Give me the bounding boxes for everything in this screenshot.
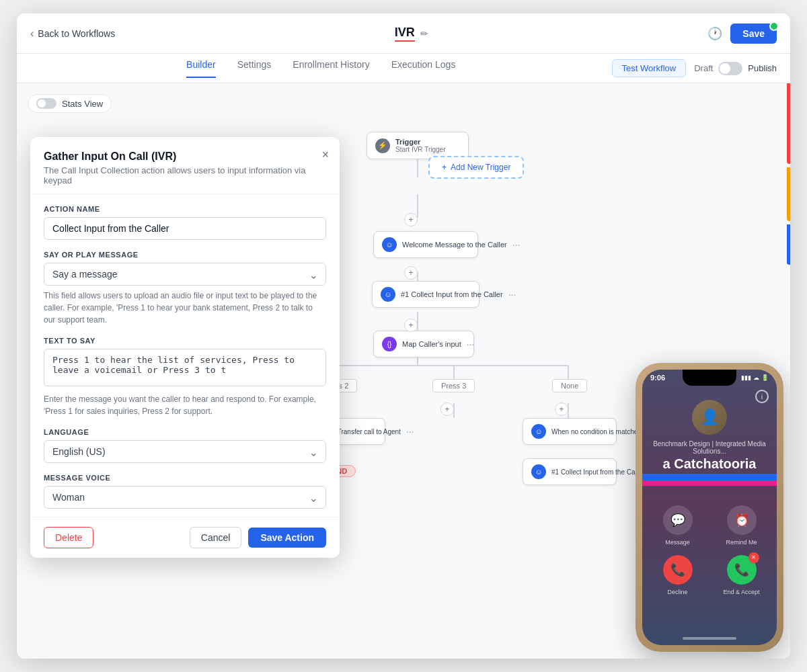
caller-company: Benchmark Design | Integrated Media Solu… bbox=[649, 440, 770, 455]
back-to-workflows[interactable]: ‹ Back to Workflows bbox=[30, 28, 115, 40]
text-to-say-input[interactable]: Press 1 to hear the list of services, Pr… bbox=[44, 349, 326, 386]
caller-avatar: 👤 bbox=[692, 400, 727, 435]
transfer-ellipsis[interactable]: ··· bbox=[406, 426, 414, 437]
say-play-select[interactable]: Say a message Play audio file bbox=[44, 263, 326, 286]
tab-execution-logs[interactable]: Execution Logs bbox=[391, 59, 456, 78]
caller-info: 👤 Benchmark Design | Integrated Media So… bbox=[642, 393, 777, 478]
message-icon[interactable]: 💬 bbox=[663, 505, 693, 535]
modal-close-button[interactable]: × bbox=[321, 148, 329, 162]
say-play-label: SAY OR PLAY MESSAGE bbox=[44, 251, 326, 259]
phone-action-row-2: 📞 Decline 📞 End & Accept bbox=[656, 555, 763, 595]
plus-icon: + bbox=[442, 163, 447, 172]
collect-input-node[interactable]: ☺ #1 Collect Input from the Caller ··· bbox=[372, 281, 479, 308]
map-icon: {} bbox=[382, 337, 397, 351]
save-button[interactable]: Save bbox=[730, 24, 777, 44]
no-condition-node[interactable]: ☺ When no condition is matched ··· bbox=[523, 418, 617, 445]
none-label: None bbox=[552, 379, 587, 392]
collect2-label: #1 Collect Input from the Caller bbox=[551, 468, 644, 476]
caller-name: a Catchatooria bbox=[649, 456, 770, 472]
welcome-label: Welcome Message to the Caller bbox=[402, 241, 507, 249]
text-to-say-hint: Enter the message you want the caller to… bbox=[44, 393, 326, 417]
edit-icon[interactable]: ✏ bbox=[420, 28, 428, 39]
gather-input-modal: Gather Input On Call (IVR) The Call Inpu… bbox=[30, 137, 340, 558]
nav-tabs-left: Builder Settings Enrollment History Exec… bbox=[30, 59, 612, 78]
map-label: Map Caller's input bbox=[402, 340, 461, 348]
stats-toggle-switch[interactable] bbox=[36, 98, 56, 109]
message-action: 💬 Message bbox=[656, 505, 699, 546]
phone-action-row-1: 💬 Message ⏰ Remind Me bbox=[656, 505, 763, 546]
phone-home-indicator bbox=[683, 637, 736, 640]
trigger-label: Trigger Start IVR Trigger bbox=[395, 138, 445, 153]
text-to-say-group: TEXT TO SAY Press 1 to hear the list of … bbox=[44, 337, 326, 417]
publish-label: Publish bbox=[748, 63, 777, 73]
message-voice-group: MESSAGE VOICE Woman Man bbox=[44, 474, 326, 509]
press3-label: Press 3 bbox=[432, 379, 475, 392]
side-bar-red bbox=[787, 83, 790, 164]
test-workflow-button[interactable]: Test Workflow bbox=[612, 59, 687, 77]
welcome-message-node[interactable]: ☺ Welcome Message to the Caller ··· bbox=[373, 231, 478, 258]
stats-view-toggle[interactable]: Stats View bbox=[28, 94, 112, 113]
phone-banner bbox=[642, 474, 777, 493]
end-accept-action: 📞 End & Accept bbox=[720, 555, 763, 595]
add-trigger-button[interactable]: + Add New Trigger bbox=[428, 156, 524, 179]
back-arrow-icon: ‹ bbox=[30, 28, 34, 40]
nav-tabs: Builder Settings Enrollment History Exec… bbox=[17, 54, 790, 83]
no-condition-label: When no condition is matched bbox=[551, 428, 642, 435]
draft-publish-toggle: Draft Publish bbox=[694, 62, 777, 75]
say-play-select-wrapper: Say a message Play audio file bbox=[44, 263, 326, 286]
save-action-button[interactable]: Save Action bbox=[248, 528, 326, 548]
language-select-wrapper: English (US) Spanish French bbox=[44, 440, 326, 463]
end-accept-icon[interactable]: 📞 bbox=[727, 555, 757, 585]
modal-header: Gather Input On Call (IVR) The Call Inpu… bbox=[30, 137, 340, 194]
back-label: Back to Workflows bbox=[38, 28, 115, 39]
workflow-title: IVR bbox=[395, 26, 415, 42]
end-accept-label: End & Accept bbox=[723, 589, 759, 595]
phone-screen: 9:06 ▮▮▮ ☁ 🔋 i 👤 Benchmark Design | Inte… bbox=[642, 370, 777, 645]
phone-notch bbox=[683, 370, 736, 386]
top-bar: ‹ Back to Workflows IVR ✏ 🕐 Save bbox=[17, 13, 790, 54]
plus-branch-3[interactable]: + bbox=[440, 403, 454, 416]
cancel-button[interactable]: Cancel bbox=[190, 527, 242, 548]
tab-settings[interactable]: Settings bbox=[237, 59, 272, 78]
decline-icon[interactable]: 📞 bbox=[663, 555, 693, 585]
welcome-ellipsis[interactable]: ··· bbox=[512, 239, 521, 250]
plus-button-3[interactable]: + bbox=[404, 319, 418, 332]
decline-label: Decline bbox=[667, 589, 687, 595]
phone-banner-blue bbox=[642, 474, 777, 480]
phone-time: 9:06 bbox=[650, 374, 665, 382]
plus-button-2[interactable]: + bbox=[404, 266, 418, 280]
top-bar-center: IVR ✏ bbox=[115, 26, 707, 42]
plus-branch-none[interactable]: + bbox=[555, 403, 568, 416]
canvas-area: Stats View bbox=[17, 83, 790, 659]
tab-enrollment-history[interactable]: Enrollment History bbox=[293, 59, 369, 78]
say-play-hint: This field allows users to upload an aud… bbox=[44, 290, 326, 326]
modal-title: Gather Input On Call (IVR) bbox=[44, 151, 326, 163]
action-name-input[interactable] bbox=[44, 217, 326, 240]
remind-me-action: ⏰ Remind Me bbox=[720, 505, 763, 546]
collect-ellipsis[interactable]: ··· bbox=[508, 289, 516, 300]
plus-button-1[interactable]: + bbox=[404, 213, 418, 226]
add-trigger-label: Add New Trigger bbox=[451, 163, 510, 172]
publish-toggle-switch[interactable] bbox=[718, 62, 742, 75]
message-voice-select[interactable]: Woman Man bbox=[44, 486, 326, 509]
side-bar-blue bbox=[787, 224, 790, 265]
map-caller-node[interactable]: {} Map Caller's input ··· bbox=[373, 331, 474, 358]
collect-input2-node[interactable]: ☺ #1 Collect Input from the Caller ··· bbox=[523, 458, 617, 485]
phone-banner-magenta bbox=[642, 480, 777, 486]
phone-status-icons: ▮▮▮ ☁ 🔋 bbox=[741, 374, 769, 381]
clock-icon[interactable]: 🕐 bbox=[707, 26, 722, 41]
remind-icon[interactable]: ⏰ bbox=[727, 505, 757, 535]
map-ellipsis[interactable]: ··· bbox=[467, 339, 475, 349]
language-group: LANGUAGE English (US) Spanish French bbox=[44, 428, 326, 463]
message-voice-select-wrapper: Woman Man bbox=[44, 486, 326, 509]
stats-view-label: Stats View bbox=[62, 99, 103, 109]
trigger-node[interactable]: ⚡ Trigger Start IVR Trigger bbox=[367, 132, 469, 159]
language-select[interactable]: English (US) Spanish French bbox=[44, 440, 326, 463]
modal-subtitle: The Call Input Collection action allows … bbox=[44, 165, 326, 185]
action-name-label: ACTION NAME bbox=[44, 205, 326, 213]
no-condition-icon: ☺ bbox=[531, 424, 546, 439]
delete-button[interactable]: Delete bbox=[44, 527, 93, 548]
top-bar-right: 🕐 Save bbox=[707, 24, 777, 44]
decline-action: 📞 Decline bbox=[656, 555, 699, 595]
tab-builder[interactable]: Builder bbox=[186, 59, 216, 78]
